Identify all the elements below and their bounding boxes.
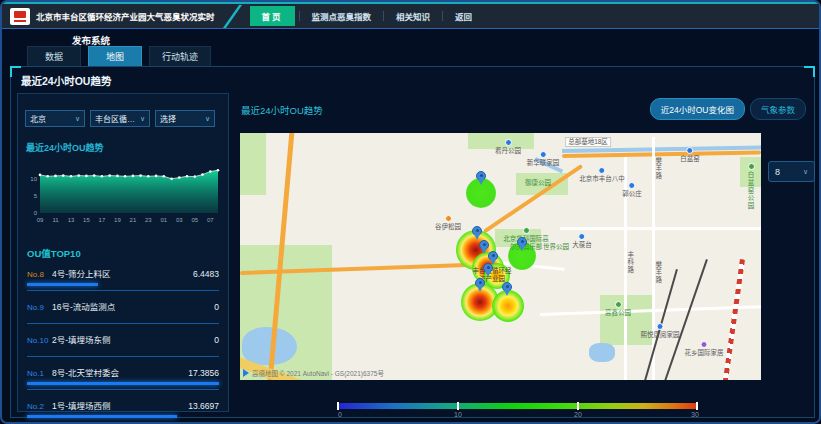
nav-item-back[interactable]: 返回 (443, 10, 484, 22)
tab-track[interactable]: 行动轨迹 (149, 46, 211, 67)
map-attribution: 高德地图 © 2021 AutoNavi - GS(2021)6375号 (243, 368, 384, 378)
map-button-weather[interactable]: 气象参数 (750, 98, 806, 120)
filter-park[interactable]: 丰台区循环经济产∨ (90, 110, 150, 127)
heat-legend: 0102030 (338, 403, 698, 421)
filter-value: 北京 (30, 113, 46, 124)
svg-text:5: 5 (34, 193, 38, 199)
top-nav: 首页监测点恶臭指数相关知识返回 (250, 4, 485, 28)
divider (27, 356, 219, 357)
ou-value: 0 (214, 302, 219, 312)
nav-item-knowledge[interactable]: 相关知识 (384, 10, 442, 22)
map-label-text: 樊羊路 (654, 261, 662, 284)
svg-text:07: 07 (207, 217, 214, 223)
svg-text:0: 0 (34, 210, 38, 216)
hour-select[interactable]: 8 ∨ (768, 161, 815, 182)
map-label: 北京市丰台八中 (579, 167, 625, 183)
svg-text:19: 19 (114, 217, 121, 223)
progress-track (27, 415, 219, 418)
svg-text:13: 13 (68, 217, 75, 223)
filter-city[interactable]: 北京∨ (25, 110, 85, 127)
map-railway (657, 259, 708, 380)
main-panel: 最近24小时OU趋势 北京∨丰台区循环经济产∨选择∨ 最近24小时OU趋势 05… (10, 66, 815, 418)
top-list-title: OU值TOP10 (27, 246, 219, 260)
ou-trend-chart-svg: 0510091113151719212301030507 (22, 154, 224, 226)
map-label-text: 丰科路 (626, 251, 634, 274)
map-label: 樊羊路 (654, 261, 662, 284)
map-label-text: 大葆台 (572, 241, 592, 249)
map-pin[interactable] (488, 251, 498, 261)
nav-item-station-index[interactable]: 监测点恶臭指数 (300, 10, 384, 22)
svg-text:15: 15 (83, 217, 90, 223)
map-label: 花乡国际家居 (685, 341, 724, 357)
map-panel: 最近24小时OU趋势 近24小时OU变化图气象参数 高德地图 © 2021 Au… (231, 91, 812, 415)
top-list-row: No.21号-填埋场西侧13.6697 (27, 399, 219, 411)
filter-value: 丰台区循环经济产 (95, 113, 138, 124)
map-label-text: 白盆窑公园 (746, 171, 756, 210)
map-label-text: 郭公庄 (622, 190, 642, 198)
top-list-row: No.916号-流动监测点0 (27, 300, 219, 312)
map-label-text: 御康公园 (525, 179, 551, 187)
map-pin[interactable] (502, 282, 512, 292)
site-name: 1号-填埋场西侧 (52, 399, 188, 411)
chevron-down-icon: ∨ (205, 115, 210, 123)
map-pin[interactable] (483, 263, 493, 273)
sidebar-panel: 北京∨丰台区循环经济产∨选择∨ 最近24小时OU趋势 0510091113151… (17, 93, 229, 412)
metro-poi-icon (629, 182, 636, 189)
top-nav-bar: 北京市丰台区循环经济产业园大气恶臭状况实时 首页监测点恶臭指数相关知识返回 (2, 2, 819, 29)
tab-data[interactable]: 数据 (27, 46, 81, 67)
chevron-down-icon: ∨ (803, 168, 808, 176)
top-list-row: No.84号-筛分上料区6.4483 (27, 267, 219, 279)
site-name: 4号-筛分上料区 (52, 267, 193, 279)
metro-poi-icon (657, 323, 664, 330)
map-label-text: 高鑫公园 (605, 309, 631, 317)
view-tabs: 数据地图行动轨迹 (27, 46, 211, 67)
nav-item-home[interactable]: 首页 (250, 6, 295, 26)
rank-label: No.10 (27, 336, 52, 345)
heat-legend-labels: 0102030 (338, 411, 698, 421)
map-pin[interactable] (475, 278, 485, 288)
map-button-ou-change[interactable]: 近24小时OU变化图 (650, 98, 745, 120)
map-label: 丰科路 (626, 251, 634, 274)
filter-row: 北京∨丰台区循环经济产∨选择∨ (25, 110, 215, 127)
progress-fill (27, 283, 98, 286)
rank-label: No.1 (27, 369, 52, 378)
subheader: 发布系统 数据地图行动轨迹 (2, 31, 819, 66)
map-pin[interactable] (517, 237, 527, 247)
top-list: OU值TOP10 No.84号-筛分上料区6.4483No.916号-流动监测点… (27, 246, 219, 424)
map-label: 白盆窑公园 (746, 163, 756, 210)
top-list-items: No.84号-筛分上料区6.4483No.916号-流动监测点0No.102号-… (27, 267, 219, 423)
ou-trend-chart: 0510091113151719212301030507 (22, 154, 224, 226)
metro-poi-icon (687, 147, 694, 154)
progress-track (27, 283, 219, 286)
heat-legend-gradient (338, 403, 698, 409)
map-park-patch (240, 133, 266, 195)
map-label-text: 总部基地18区 (565, 137, 611, 147)
map-canvas[interactable]: 高德地图 © 2021 AutoNavi - GS(2021)6375号 看丹公… (240, 133, 761, 380)
map-label: 新华联家园 (527, 151, 560, 167)
metro-poi-icon (579, 233, 586, 240)
top-list-row: No.18号-北天堂村委会17.3856 (27, 366, 219, 378)
map-pin[interactable] (472, 226, 482, 236)
map-railway-striped (722, 259, 745, 380)
map-label: 总部基地18区 (565, 137, 611, 147)
legend-tick-label: 0 (338, 411, 342, 418)
map-pin[interactable] (476, 171, 486, 181)
filter-value: 选择 (160, 113, 176, 124)
ou-value: 6.4483 (193, 269, 219, 279)
map-button-group: 近24小时OU变化图气象参数 (650, 98, 806, 120)
chevron-down-icon: ∨ (140, 115, 145, 123)
amap-logo-icon (243, 369, 249, 377)
site-name: 8号-北天堂村委会 (52, 366, 188, 378)
logo-glyph (14, 11, 26, 18)
progress-fill (27, 382, 219, 385)
svg-text:09: 09 (37, 217, 44, 223)
site-name: 2号-填埋场东侧 (52, 333, 214, 345)
tab-map[interactable]: 地图 (88, 46, 142, 67)
legend-tick-label: 10 (454, 411, 462, 418)
parkic-poi-icon (615, 301, 622, 308)
filter-site[interactable]: 选择∨ (155, 110, 215, 127)
map-pin[interactable] (479, 240, 489, 250)
divider (27, 422, 219, 423)
legend-tick (696, 402, 698, 410)
legend-tick-label: 20 (574, 411, 582, 418)
